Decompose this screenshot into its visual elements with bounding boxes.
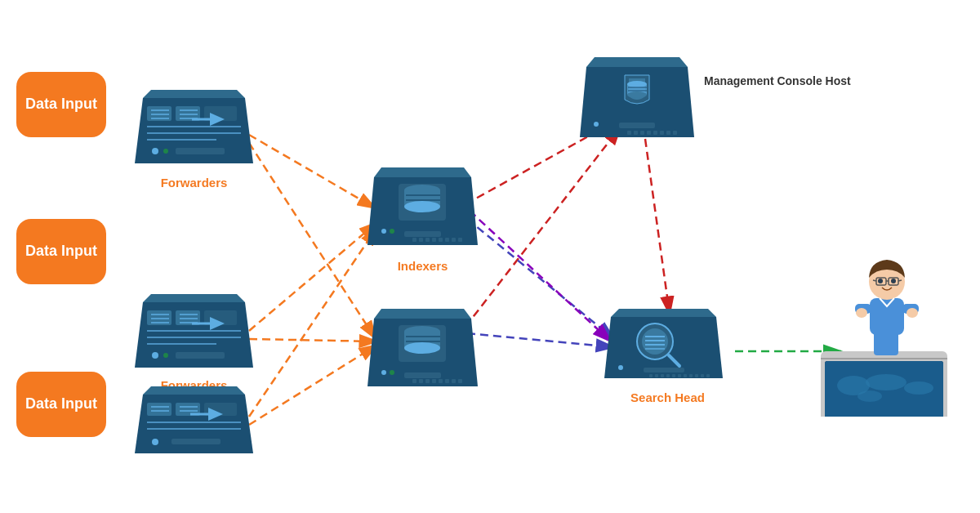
svg-marker-19 bbox=[143, 90, 245, 98]
svg-line-6 bbox=[249, 143, 376, 339]
forwarder-2-icon bbox=[135, 286, 253, 376]
svg-line-7 bbox=[249, 222, 377, 331]
svg-point-113 bbox=[627, 91, 647, 98]
svg-rect-141 bbox=[672, 374, 675, 377]
svg-rect-135 bbox=[644, 368, 684, 372]
svg-marker-110 bbox=[586, 57, 688, 67]
svg-point-81 bbox=[390, 229, 394, 234]
svg-rect-106 bbox=[445, 379, 449, 383]
svg-rect-145 bbox=[695, 374, 698, 377]
data-input-3: Data Input bbox=[16, 372, 106, 437]
svg-point-163 bbox=[906, 308, 918, 318]
svg-rect-119 bbox=[634, 131, 638, 135]
svg-rect-139 bbox=[661, 374, 664, 377]
svg-point-162 bbox=[856, 308, 867, 318]
indexer-1-icon bbox=[368, 159, 478, 253]
svg-rect-87 bbox=[445, 238, 449, 242]
svg-rect-125 bbox=[673, 131, 677, 135]
svg-rect-102 bbox=[419, 379, 423, 383]
svg-marker-72 bbox=[374, 167, 471, 177]
svg-marker-91 bbox=[374, 309, 471, 319]
search-head-icon bbox=[604, 301, 723, 386]
data-input-1: Data Input bbox=[16, 72, 106, 137]
svg-rect-104 bbox=[432, 379, 436, 383]
forwarder-1-label: Forwarders bbox=[135, 176, 253, 190]
svg-rect-88 bbox=[452, 238, 456, 242]
svg-rect-98 bbox=[404, 372, 441, 378]
svg-point-153 bbox=[866, 374, 906, 390]
svg-marker-127 bbox=[611, 309, 716, 317]
person-laptop-icon bbox=[813, 245, 956, 417]
svg-point-46 bbox=[163, 353, 168, 358]
svg-rect-144 bbox=[689, 374, 693, 377]
svg-rect-79 bbox=[404, 231, 441, 237]
search-head-label: Search Head bbox=[608, 390, 727, 404]
indexer-label: Indexers bbox=[368, 259, 478, 273]
svg-rect-86 bbox=[439, 238, 443, 242]
svg-rect-147 bbox=[706, 374, 710, 377]
svg-line-12 bbox=[466, 127, 621, 327]
svg-point-117 bbox=[594, 122, 599, 127]
svg-rect-140 bbox=[666, 374, 670, 377]
svg-point-76 bbox=[404, 201, 440, 212]
svg-rect-122 bbox=[653, 131, 657, 135]
indexer-2-icon bbox=[368, 301, 478, 395]
svg-line-14 bbox=[467, 333, 614, 347]
svg-point-26 bbox=[152, 148, 158, 154]
svg-point-165 bbox=[878, 279, 883, 283]
svg-rect-64 bbox=[172, 439, 220, 444]
forwarder-3-icon bbox=[135, 380, 253, 462]
svg-point-100 bbox=[390, 370, 394, 375]
svg-rect-138 bbox=[655, 374, 658, 377]
svg-rect-28 bbox=[176, 148, 225, 154]
svg-line-9 bbox=[249, 227, 377, 417]
svg-line-171 bbox=[898, 280, 902, 281]
svg-marker-57 bbox=[143, 386, 245, 395]
svg-rect-103 bbox=[425, 379, 430, 383]
svg-rect-101 bbox=[412, 379, 416, 383]
svg-rect-83 bbox=[419, 238, 423, 242]
svg-point-99 bbox=[381, 370, 386, 375]
svg-rect-120 bbox=[640, 131, 644, 135]
data-input-2: Data Input bbox=[16, 219, 106, 284]
svg-rect-121 bbox=[647, 131, 651, 135]
svg-line-10 bbox=[249, 345, 377, 425]
svg-point-27 bbox=[163, 149, 168, 154]
svg-rect-116 bbox=[619, 123, 655, 128]
svg-rect-143 bbox=[684, 374, 687, 377]
svg-rect-89 bbox=[458, 238, 462, 242]
svg-rect-118 bbox=[627, 131, 631, 135]
svg-line-8 bbox=[249, 339, 377, 341]
svg-marker-38 bbox=[143, 294, 245, 302]
svg-point-136 bbox=[618, 365, 623, 370]
svg-rect-85 bbox=[432, 238, 436, 242]
svg-line-5 bbox=[249, 135, 376, 208]
svg-rect-146 bbox=[701, 374, 704, 377]
svg-rect-123 bbox=[660, 131, 664, 135]
svg-rect-82 bbox=[412, 238, 416, 242]
mgmt-console-icon bbox=[580, 49, 694, 147]
svg-rect-142 bbox=[678, 374, 681, 377]
svg-rect-84 bbox=[425, 238, 430, 242]
svg-rect-108 bbox=[458, 379, 462, 383]
diagram-container: Data Input Data Input Data Input Fo bbox=[0, 0, 980, 513]
svg-line-170 bbox=[873, 280, 876, 281]
mgmt-console-label: Management Console Host bbox=[704, 74, 851, 88]
svg-point-95 bbox=[404, 342, 440, 354]
svg-rect-58 bbox=[147, 403, 172, 416]
svg-line-15 bbox=[645, 139, 670, 314]
svg-point-63 bbox=[152, 439, 158, 445]
forwarder-1-icon bbox=[135, 82, 253, 172]
svg-rect-137 bbox=[649, 374, 653, 377]
svg-rect-107 bbox=[452, 379, 456, 383]
svg-rect-105 bbox=[439, 379, 443, 383]
svg-point-155 bbox=[858, 390, 882, 402]
svg-point-45 bbox=[152, 352, 158, 359]
svg-point-80 bbox=[381, 229, 386, 234]
svg-rect-47 bbox=[176, 352, 225, 359]
svg-line-16 bbox=[470, 211, 611, 341]
svg-point-166 bbox=[891, 279, 896, 283]
svg-point-154 bbox=[904, 381, 933, 395]
svg-line-13 bbox=[467, 219, 614, 339]
svg-rect-149 bbox=[821, 358, 947, 359]
